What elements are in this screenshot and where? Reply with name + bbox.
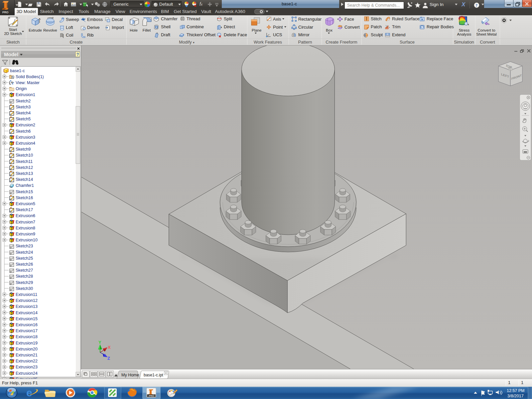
svg-text:Extrusion10: Extrusion10: [16, 238, 38, 242]
svg-text:PRO: PRO: [149, 395, 154, 397]
svg-text:Extrusion17: Extrusion17: [16, 329, 38, 333]
svg-text:X: X: [108, 345, 111, 350]
svg-text:Extrusion11: Extrusion11: [16, 292, 37, 297]
svg-text:Sketch5: Sketch5: [16, 117, 31, 121]
svg-text:Extrusion2: Extrusion2: [16, 123, 35, 127]
svg-text:3/8/2017: 3/8/2017: [507, 394, 524, 398]
svg-text:Sketch28: Sketch28: [16, 274, 33, 279]
svg-text:Sketch24: Sketch24: [16, 250, 33, 255]
svg-text:Sketch11: Sketch11: [16, 159, 33, 164]
svg-text:?: ?: [76, 52, 79, 57]
svg-text:Chamfer1: Chamfer1: [16, 183, 34, 188]
svg-text:Sketch14: Sketch14: [16, 177, 33, 182]
svg-text:Sketch9: Sketch9: [16, 147, 31, 152]
svg-text:Sketch3: Sketch3: [16, 105, 31, 109]
svg-text:Extrusion15: Extrusion15: [16, 317, 38, 321]
svg-text:Extrusion4: Extrusion4: [16, 141, 35, 146]
svg-text:Extrusion12: Extrusion12: [16, 298, 38, 303]
svg-text:Sketch17: Sketch17: [16, 207, 33, 212]
svg-text:Sketch12: Sketch12: [16, 165, 33, 170]
svg-text:base1-c: base1-c: [10, 68, 25, 73]
svg-text:Sketch15: Sketch15: [16, 190, 33, 194]
svg-text:Extrusion24: Extrusion24: [16, 371, 38, 376]
svg-text:Sketch4: Sketch4: [16, 111, 31, 115]
svg-text:base1-c.ipt: base1-c.ipt: [144, 373, 163, 377]
svg-text:e: e: [26, 387, 32, 399]
svg-text:Extrusion20: Extrusion20: [16, 347, 38, 351]
svg-text:Extrusion5: Extrusion5: [16, 201, 35, 206]
svg-text:Z: Z: [107, 356, 110, 361]
svg-text:Extrusion19: Extrusion19: [16, 341, 38, 345]
svg-text:Sketch30: Sketch30: [16, 286, 33, 291]
svg-text:Sketch29: Sketch29: [16, 280, 33, 285]
svg-text:Sketch6: Sketch6: [16, 129, 31, 134]
svg-text:Extrusion14: Extrusion14: [16, 311, 38, 315]
svg-text:Model: Model: [4, 52, 18, 57]
svg-text:Sketch26: Sketch26: [16, 262, 33, 267]
svg-text:View: Master: View: Master: [16, 80, 40, 85]
svg-text:Extrusion23: Extrusion23: [16, 365, 38, 369]
svg-text:Extrusion3: Extrusion3: [16, 135, 35, 140]
svg-text:Extrusion8: Extrusion8: [16, 226, 35, 230]
svg-text:Solid Bodies(1): Solid Bodies(1): [16, 74, 44, 79]
svg-text:Extrusion7: Extrusion7: [16, 220, 35, 224]
svg-text:12:57 PM: 12:57 PM: [507, 388, 525, 393]
svg-text:Sketch27: Sketch27: [16, 268, 33, 273]
svg-text:Extrusion18: Extrusion18: [16, 334, 38, 339]
svg-text:Extrusion16: Extrusion16: [16, 323, 38, 327]
svg-text:Y: Y: [98, 340, 101, 345]
svg-text:Sketch2: Sketch2: [16, 99, 31, 103]
svg-text:Sketch16: Sketch16: [16, 196, 33, 200]
svg-text:PRO: PRO: [2, 11, 9, 14]
svg-text:Extrusion21: Extrusion21: [16, 353, 38, 357]
svg-text:Extrusion6: Extrusion6: [16, 213, 35, 218]
svg-text:Extrusion13: Extrusion13: [16, 304, 38, 309]
svg-text:Extrusion9: Extrusion9: [16, 232, 35, 236]
svg-text:Sketch13: Sketch13: [16, 171, 33, 176]
svg-text:My Home: My Home: [121, 373, 139, 377]
svg-text:Extrusion1: Extrusion1: [16, 92, 35, 97]
svg-text:Sketch23: Sketch23: [16, 244, 33, 248]
svg-text:Sketch10: Sketch10: [16, 153, 33, 158]
svg-text:?: ?: [475, 3, 477, 8]
svg-text:Extrusion22: Extrusion22: [16, 359, 38, 363]
svg-text:Sketch25: Sketch25: [16, 256, 33, 261]
svg-text:Origin: Origin: [16, 86, 27, 91]
